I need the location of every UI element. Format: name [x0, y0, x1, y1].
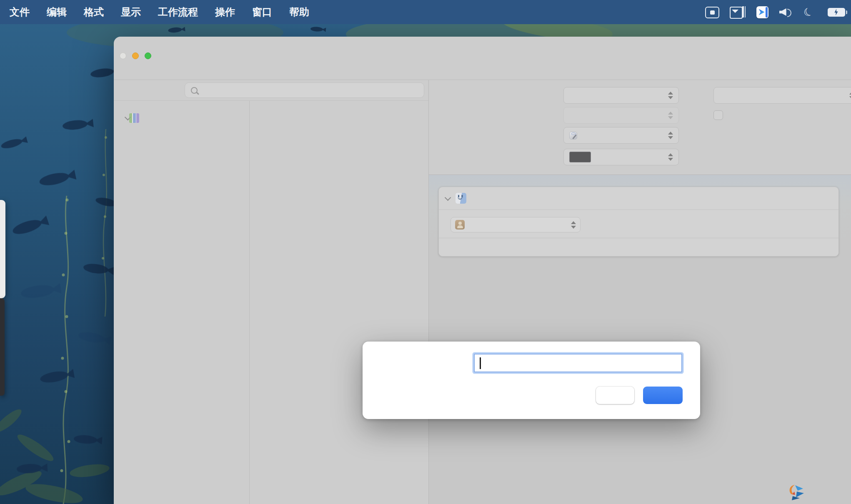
workflow-receives-select[interactable]: [563, 87, 679, 104]
name-input[interactable]: [474, 354, 682, 372]
stepper-icon: [567, 221, 576, 229]
menu-bar-status: ☾: [705, 0, 845, 24]
watermark: [787, 483, 809, 502]
save-button[interactable]: [643, 387, 683, 404]
menu-bar: 文件编辑格式显示工作流程操作窗口帮助 ☾: [0, 0, 851, 24]
divider: [439, 238, 838, 238]
minimize-button[interactable]: [132, 52, 139, 59]
color-select[interactable]: [563, 149, 679, 165]
stepper-icon: [664, 153, 673, 161]
cancel-button[interactable]: [596, 387, 634, 404]
finder-icon: [456, 193, 466, 204]
background-window-edge: [0, 200, 5, 298]
library-sidebar: [114, 101, 249, 504]
screen-mirroring-icon[interactable]: [705, 6, 719, 18]
sidebar-item-library[interactable]: [114, 110, 249, 126]
divider: [742, 6, 744, 17]
color-swatch: [569, 152, 591, 162]
battery-charging-icon: [828, 8, 845, 17]
workflow-canvas: [429, 175, 851, 504]
screen: 文件编辑格式显示工作流程操作窗口帮助 ☾: [0, 0, 851, 504]
menu-item[interactable]: 工作流程: [158, 5, 198, 19]
stepper-icon: [845, 92, 851, 99]
application-select[interactable]: [451, 217, 581, 232]
stepper-icon: [664, 92, 673, 99]
zoom-button[interactable]: [145, 52, 151, 59]
stepper-icon: [664, 132, 673, 139]
battery-status[interactable]: [824, 8, 845, 17]
volume-icon[interactable]: [779, 7, 793, 17]
moon-icon[interactable]: ☾: [801, 5, 815, 19]
automator-window: [114, 37, 851, 504]
search-icon: [191, 87, 198, 94]
menu-item[interactable]: 操作: [215, 5, 235, 19]
contacts-icon: [455, 220, 465, 230]
menu-item[interactable]: 文件: [10, 5, 30, 19]
divider: [439, 210, 838, 210]
image-select[interactable]: [563, 127, 679, 144]
library-books-icon: [129, 113, 139, 123]
replace-text-checkbox[interactable]: [713, 110, 723, 120]
dictionary-app-icon[interactable]: [756, 6, 768, 18]
chevron-down-icon[interactable]: [445, 194, 451, 201]
menu-item[interactable]: 窗口: [252, 5, 272, 19]
located-in-select[interactable]: [713, 87, 851, 104]
action-list: [250, 101, 428, 504]
workflow-panel: [429, 80, 851, 504]
divider: [745, 6, 746, 17]
menu-item[interactable]: 格式: [84, 5, 104, 19]
save-dialog: [363, 342, 700, 419]
watermark-logo-icon: [787, 483, 806, 502]
workflow-action-card: [438, 187, 839, 257]
mail-window-icon[interactable]: [730, 6, 746, 18]
menu-item[interactable]: 帮助: [289, 5, 309, 19]
text-caret: [480, 357, 481, 369]
search-input[interactable]: [185, 82, 424, 98]
menu-item[interactable]: 编辑: [47, 5, 67, 19]
background-window-edge-dark: [0, 298, 5, 396]
close-button[interactable]: [120, 52, 126, 59]
automator-mini-icon: [569, 132, 577, 140]
menu-item[interactable]: 显示: [121, 5, 141, 19]
card-header: [439, 187, 838, 210]
input-as-select: [563, 107, 679, 124]
stepper-icon: [664, 112, 673, 119]
